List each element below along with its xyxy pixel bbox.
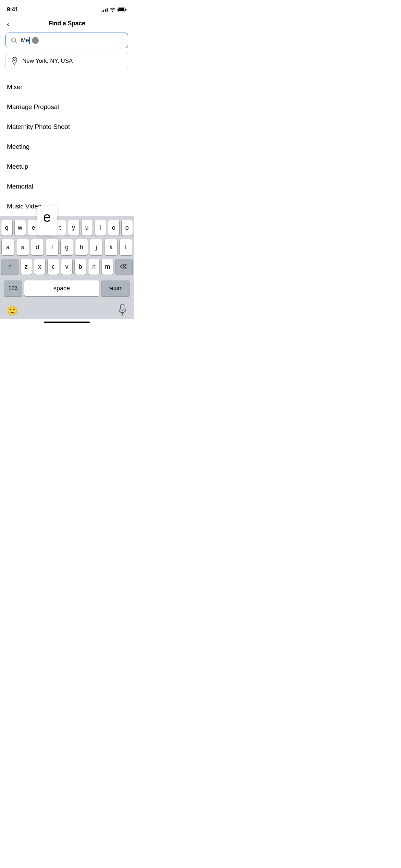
suggestions-list: Mixer Marriage Proposal Maternity Photo … bbox=[0, 70, 134, 216]
home-bar bbox=[44, 322, 90, 323]
keyboard-row-2: a s d f g h j k l bbox=[1, 239, 132, 255]
key-p[interactable]: p bbox=[122, 220, 133, 236]
wifi-icon bbox=[110, 8, 116, 12]
key-q[interactable]: q bbox=[1, 220, 12, 236]
home-indicator bbox=[0, 319, 134, 327]
status-icons bbox=[101, 8, 127, 12]
key-x[interactable]: x bbox=[34, 259, 46, 275]
svg-rect-2 bbox=[125, 9, 126, 11]
key-m[interactable]: m bbox=[102, 259, 113, 275]
space-key[interactable]: space bbox=[24, 280, 99, 296]
key-o[interactable]: o bbox=[108, 220, 119, 236]
back-button[interactable]: ‹ bbox=[7, 20, 9, 27]
svg-rect-6 bbox=[121, 304, 124, 310]
status-bar: 9:41 bbox=[0, 0, 134, 17]
key-u[interactable]: u bbox=[82, 220, 93, 236]
key-a[interactable]: a bbox=[2, 239, 14, 255]
cursor-dot bbox=[32, 37, 39, 44]
key-c[interactable]: c bbox=[48, 259, 59, 275]
key-v[interactable]: v bbox=[61, 259, 73, 275]
keyboard-row-1: q w e r t y u i o p bbox=[1, 220, 132, 236]
battery-icon bbox=[118, 8, 127, 12]
keyboard-row-bottom: 123 space return bbox=[1, 278, 132, 300]
key-k[interactable]: k bbox=[105, 239, 117, 255]
nav-bar: ‹ Find a Space bbox=[0, 17, 134, 31]
key-n[interactable]: n bbox=[88, 259, 100, 275]
key-z[interactable]: z bbox=[21, 259, 32, 275]
search-input[interactable]: Me bbox=[21, 37, 39, 44]
shift-key[interactable]: ⇧ bbox=[1, 259, 18, 275]
suggestion-item-maternity-photo-shoot[interactable]: Maternity Photo Shoot bbox=[0, 117, 134, 137]
location-box[interactable]: New York, NY, USA bbox=[5, 52, 128, 70]
suggestion-item-mixer[interactable]: Mixer bbox=[0, 77, 134, 97]
key-l[interactable]: l bbox=[120, 239, 132, 255]
keyboard: e q w e r t y u i o p a s d f g h j k l bbox=[0, 216, 134, 319]
return-key[interactable]: return bbox=[101, 280, 130, 296]
delete-key[interactable]: ⌫ bbox=[116, 259, 132, 275]
search-box[interactable]: Me bbox=[5, 33, 128, 48]
key-f[interactable]: f bbox=[46, 239, 58, 255]
key-g[interactable]: g bbox=[61, 239, 73, 255]
location-pin-icon bbox=[11, 57, 18, 65]
key-h[interactable]: h bbox=[75, 239, 88, 255]
keyboard-rows: q w e r t y u i o p a s d f g h j k l ⇧ … bbox=[0, 216, 134, 301]
location-container: New York, NY, USA bbox=[0, 48, 134, 70]
text-cursor bbox=[29, 37, 30, 44]
signal-icon bbox=[101, 8, 108, 12]
page-title: Find a Space bbox=[48, 20, 85, 27]
key-i[interactable]: i bbox=[95, 220, 106, 236]
mic-button[interactable] bbox=[118, 304, 127, 317]
search-icon bbox=[11, 37, 17, 44]
svg-point-5 bbox=[14, 59, 15, 61]
search-container: Me bbox=[0, 31, 134, 48]
status-time: 9:41 bbox=[7, 6, 18, 13]
num-key[interactable]: 123 bbox=[4, 280, 22, 296]
suggestion-item-marriage-proposal[interactable]: Marriage Proposal bbox=[0, 97, 134, 117]
key-b[interactable]: b bbox=[75, 259, 86, 275]
suggestion-item-meetup[interactable]: Meetup bbox=[0, 157, 134, 177]
svg-point-3 bbox=[12, 38, 16, 42]
key-popup: e bbox=[37, 206, 57, 236]
suggestion-item-music-video[interactable]: Music Video bbox=[0, 196, 134, 216]
key-j[interactable]: j bbox=[90, 239, 102, 255]
key-y[interactable]: y bbox=[68, 220, 79, 236]
keyboard-row-3: ⇧ z x c v b n m ⌫ bbox=[1, 259, 132, 275]
key-s[interactable]: s bbox=[16, 239, 29, 255]
suggestion-item-meeting[interactable]: Meeting bbox=[0, 137, 134, 157]
location-text: New York, NY, USA bbox=[22, 58, 73, 64]
key-w[interactable]: w bbox=[15, 220, 26, 236]
key-d[interactable]: d bbox=[31, 239, 44, 255]
svg-line-4 bbox=[15, 42, 17, 44]
svg-rect-1 bbox=[118, 8, 124, 11]
emoji-button[interactable]: 🙂 bbox=[7, 305, 18, 316]
suggestion-item-memorial[interactable]: Memorial bbox=[0, 177, 134, 196]
emoji-mic-row: 🙂 bbox=[0, 301, 134, 319]
